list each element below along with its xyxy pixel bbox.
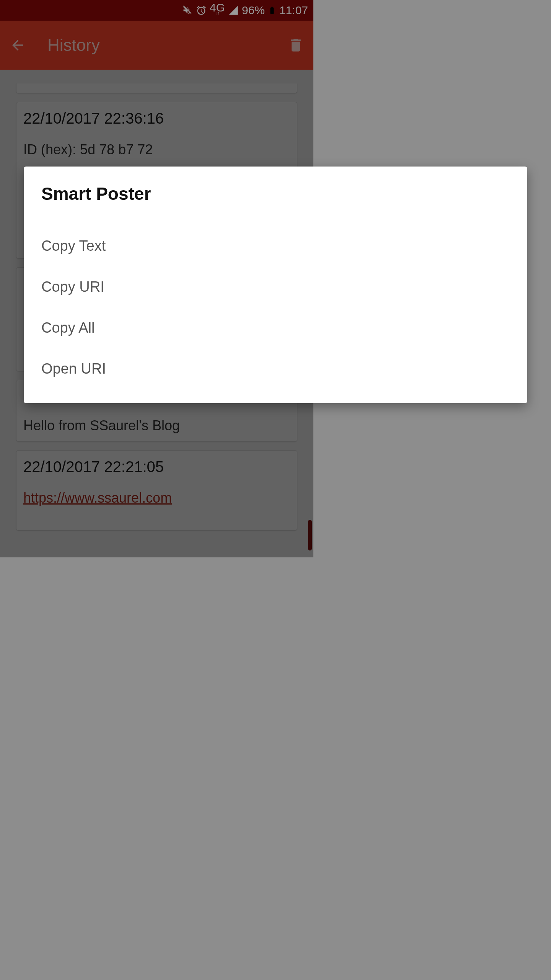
context-dialog: Smart Poster Copy Text Copy URI Copy All… <box>24 167 313 403</box>
dialog-item-copy-uri[interactable]: Copy URI <box>41 266 313 307</box>
dialog-title: Smart Poster <box>41 183 313 204</box>
dialog-item-copy-all[interactable]: Copy All <box>41 307 313 348</box>
dialog-item-open-uri[interactable]: Open URI <box>41 348 313 389</box>
dialog-item-copy-text[interactable]: Copy Text <box>41 225 313 266</box>
